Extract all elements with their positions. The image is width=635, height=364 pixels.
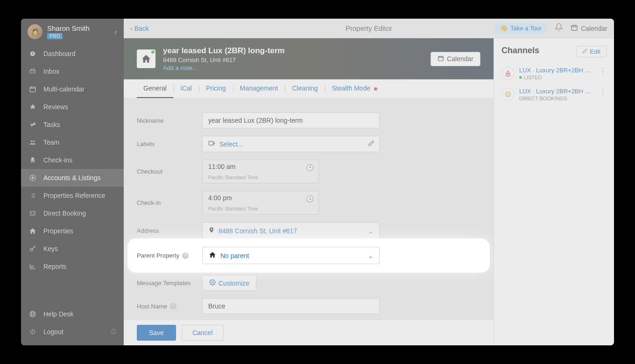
svg-rect-0 [30, 87, 35, 92]
nickname-input[interactable]: year leased Lux (2BR) long-term [202, 112, 380, 128]
tab-general[interactable]: General [137, 79, 174, 98]
more-icon[interactable]: ⋮ [599, 88, 607, 101]
svg-rect-10 [438, 56, 444, 60]
property-icon [137, 49, 155, 68]
channels-edit-button[interactable]: Edit [576, 46, 607, 57]
property-hero: year leased Lux (2BR) long-term 8488 Cor… [124, 38, 494, 79]
alert-dot-icon [374, 87, 377, 91]
cancel-button[interactable]: Cancel [182, 325, 224, 341]
sidebar-item-label: Properties [43, 227, 73, 235]
tray-icon [28, 67, 37, 76]
help-icon[interactable]: ? [182, 252, 189, 259]
sidebar-item-dashboard[interactable]: Dashboard [21, 45, 124, 63]
property-address: 8488 Cornish St, Unit #617 [163, 56, 285, 63]
sidebar-item-multi-calendar[interactable]: Multi-calendar [21, 80, 124, 98]
save-button[interactable]: Save [137, 325, 176, 341]
notifications-icon[interactable] [555, 23, 563, 34]
checkin-tz: Pacific Standard Time [208, 206, 258, 211]
sidebar-item-direct-booking[interactable]: Direct Booking [21, 204, 124, 222]
tab-pricing[interactable]: Pricing [199, 79, 233, 98]
tab-cleaning[interactable]: Cleaning [285, 79, 325, 98]
sidebar-item-label: Check-ins [43, 156, 72, 164]
edit-icon[interactable] [368, 140, 374, 148]
checkout-field[interactable]: 11:00 am Pacific Standard Time 🕐 [202, 160, 319, 183]
power-icon [28, 328, 37, 336]
customize-label: Customize [219, 280, 249, 287]
labels-placeholder: Select... [219, 140, 243, 148]
back-button[interactable]: ‹ Back [130, 25, 149, 32]
pro-badge: PRO [47, 33, 63, 39]
checkin-value: 4:00 pm [208, 194, 232, 202]
take-tour-button[interactable]: 👋 Take a Tour [494, 22, 547, 34]
home-icon [208, 251, 217, 260]
chevron-down-icon: ⌄ [368, 252, 374, 259]
help-icon[interactable]: ? [170, 303, 176, 309]
channel-title[interactable]: LUX · Luxury 2BR+2BH FU... [519, 67, 594, 74]
sidebar-item-properties[interactable]: Properties [21, 222, 124, 240]
labels-select[interactable]: Select... [202, 136, 380, 152]
form-area: Nickname year leased Lux (2BR) long-term… [124, 98, 494, 320]
sidebar-item-accounts-listings[interactable]: Accounts & Listings [21, 169, 124, 187]
clock-icon: 🕐 [306, 164, 314, 171]
user-block: 👩 Sharon Smith PRO ‹ [21, 19, 124, 43]
sidebar-item-reports[interactable]: Reports [21, 258, 124, 275]
nickname-label: Nickname [137, 117, 202, 124]
channels-heading: Channels [501, 46, 539, 56]
tab-management[interactable]: Management [233, 79, 285, 98]
sidebar-item-team[interactable]: Team [21, 133, 124, 151]
calendar-icon [28, 85, 37, 93]
sidebar-item-properties-reference[interactable]: Properties Reference [21, 187, 124, 204]
sidebar-item-tasks[interactable]: Tasks [21, 116, 124, 133]
customize-button[interactable]: Customize [202, 275, 256, 291]
add-note-link[interactable]: Add a note... [163, 64, 285, 71]
gear-icon [209, 279, 216, 287]
svg-rect-9 [572, 25, 577, 30]
sidebar-collapse-icon[interactable]: ‹ [114, 27, 117, 37]
tab-ical[interactable]: iCal [174, 79, 199, 98]
svg-point-6 [30, 248, 33, 251]
checkin-field[interactable]: 4:00 pm Pacific Standard Time 🕓 [202, 191, 319, 215]
sidebar-item-help-desk[interactable]: Help Desk [21, 305, 124, 323]
user-name: Sharon Smith [47, 24, 90, 32]
parent-value: No parent [220, 252, 249, 259]
svg-rect-11 [209, 141, 213, 145]
sidebar-item-logout[interactable]: Logoutⓘ [21, 323, 124, 341]
list-icon [28, 191, 37, 200]
bell-icon [28, 156, 37, 164]
hostname-label: Host Name ? [137, 303, 202, 310]
hero-calendar-button[interactable]: Calendar [430, 52, 480, 66]
checkout-value: 11:00 am [208, 163, 235, 170]
sidebar-item-reviews[interactable]: Reviews [21, 98, 124, 116]
address-select[interactable]: 8488 Cornish St, Unit #617 ⌄ [202, 222, 380, 239]
sidebar-item-label: Help Desk [43, 310, 74, 318]
hostname-input[interactable]: Bruce [202, 298, 380, 314]
sidebar-item-label: Direct Booking [43, 210, 86, 217]
clock-icon: 🕓 [306, 195, 314, 203]
broom-icon [28, 120, 37, 129]
channel-title[interactable]: LUX · Luxury 2BR+2BH FURN... [519, 88, 594, 95]
chart-icon [28, 262, 37, 271]
users-icon [28, 138, 37, 147]
home-icon [28, 227, 37, 235]
avatar[interactable]: 👩 [28, 24, 42, 39]
sidebar-item-check-ins[interactable]: Check-ins [21, 151, 124, 169]
more-icon[interactable]: ⋮ [599, 67, 607, 80]
status-dot-icon [151, 50, 155, 54]
sidebar-item-label: Reports [43, 263, 66, 270]
checkout-label: Checkout [137, 168, 202, 175]
status-dot-icon [519, 76, 522, 79]
direct-icon [501, 88, 515, 101]
svg-point-8 [31, 313, 34, 315]
parent-property-select[interactable]: No parent ⌄ [202, 247, 380, 264]
back-label: Back [134, 25, 149, 32]
sidebar-item-keys[interactable]: Keys [21, 240, 124, 258]
tour-label: Take a Tour [510, 25, 542, 32]
calendar-link[interactable]: Calendar [571, 24, 607, 33]
star-icon [28, 103, 37, 111]
topbar: ‹ Back Property Editor 👋 Take a Tour Cal… [124, 19, 614, 38]
page-title: Property Editor [346, 24, 392, 32]
sidebar-item-inbox[interactable]: Inbox [21, 63, 124, 80]
hero-calendar-label: Calendar [447, 55, 473, 63]
calendar-icon [437, 55, 444, 63]
tab-stealth-mode[interactable]: Stealth Mode [325, 79, 384, 98]
